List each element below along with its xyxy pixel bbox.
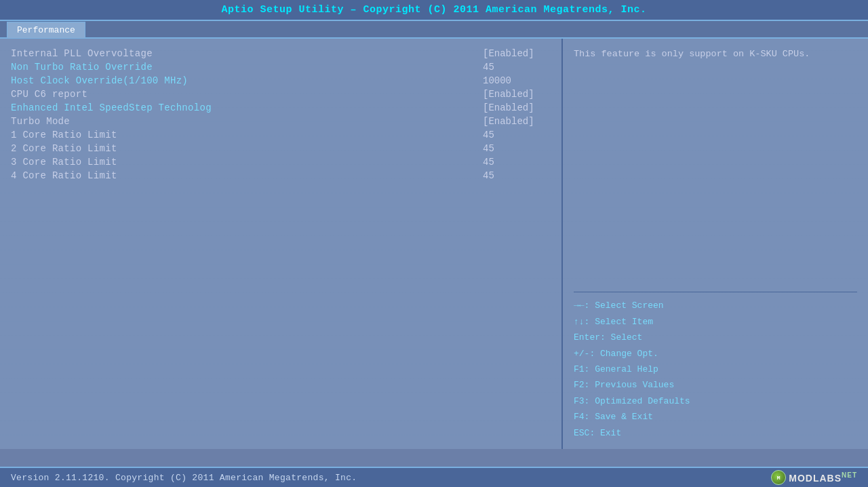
key-help-line: F2: Previous Values: [574, 377, 857, 393]
bios-row-label: 3 Core Ratio Limit: [11, 157, 117, 168]
bios-row[interactable]: Non Turbo Ratio Override45: [11, 60, 551, 74]
modlabs-logo: M MODLABSNET: [771, 470, 857, 485]
key-help-line: F3: Optimized Defaults: [574, 393, 857, 409]
key-help-line: →←: Select Screen: [574, 298, 857, 313]
bios-row-value: [Enabled]: [469, 102, 551, 113]
version-text: Version 2.11.1210. Copyright (C) 2011 Am…: [11, 473, 357, 483]
title-text: Aptio Setup Utility – Copyright (C) 2011…: [221, 4, 646, 16]
main-content: Internal PLL Overvoltage[Enabled]Non Tur…: [0, 38, 868, 449]
bios-row[interactable]: Turbo Mode[Enabled]: [11, 115, 551, 128]
bios-row-label: Internal PLL Overvoltage: [11, 48, 153, 59]
bios-row[interactable]: Internal PLL Overvoltage[Enabled]: [11, 47, 551, 60]
key-help-line: Enter: Select: [574, 330, 857, 345]
bios-row-value: 45: [469, 130, 551, 140]
bios-row-value: 45: [469, 143, 551, 154]
bios-row-value: 45: [469, 157, 551, 168]
bios-row-label: Non Turbo Ratio Override: [11, 62, 153, 73]
bios-row-value: [Enabled]: [469, 89, 551, 100]
bios-row-label: Enhanced Intel SpeedStep Technolog: [11, 102, 212, 113]
logo-label: MODLABSNET: [789, 471, 857, 484]
key-help-line: +/-: Change Opt.: [574, 346, 857, 362]
title-bar: Aptio Setup Utility – Copyright (C) 2011…: [0, 0, 868, 21]
logo-circle-icon: M: [771, 470, 786, 485]
left-panel: Internal PLL Overvoltage[Enabled]Non Tur…: [0, 39, 563, 449]
bios-row-label: Turbo Mode: [11, 116, 70, 127]
tab-performance[interactable]: Performance: [7, 22, 85, 38]
bios-row-label: 2 Core Ratio Limit: [11, 143, 117, 154]
bios-row[interactable]: 3 Core Ratio Limit45: [11, 155, 551, 169]
bios-row-label: 4 Core Ratio Limit: [11, 170, 117, 181]
key-help-line: F1: General Help: [574, 362, 857, 377]
help-text: This feature is only support on K-SKU CP…: [574, 47, 857, 286]
key-help-line: ESC: Exit: [574, 425, 857, 441]
tab-row: Performance: [0, 21, 868, 38]
bios-row-label: 1 Core Ratio Limit: [11, 130, 117, 140]
bios-row-value: [Enabled]: [469, 116, 551, 127]
right-panel: This feature is only support on K-SKU CP…: [563, 39, 868, 449]
bios-row-value: 10000: [469, 75, 551, 86]
bios-row-label: Host Clock Override(1/100 MHz): [11, 75, 188, 86]
bios-row[interactable]: 4 Core Ratio Limit45: [11, 169, 551, 182]
bios-row[interactable]: 2 Core Ratio Limit45: [11, 142, 551, 155]
bios-row-value: 45: [469, 170, 551, 181]
key-help: →←: Select Screen↑↓: Select ItemEnter: S…: [574, 298, 857, 441]
bios-row[interactable]: Host Clock Override(1/100 MHz)10000: [11, 74, 551, 87]
bios-row-label: CPU C6 report: [11, 89, 87, 100]
bios-row[interactable]: CPU C6 report[Enabled]: [11, 87, 551, 101]
bios-row[interactable]: 1 Core Ratio Limit45: [11, 128, 551, 142]
bios-row-value: 45: [469, 62, 551, 73]
bios-row-value: [Enabled]: [469, 48, 551, 59]
key-help-line: ↑↓: Select Item: [574, 314, 857, 330]
key-help-line: F4: Save & Exit: [574, 409, 857, 425]
bottom-bar: Version 2.11.1210. Copyright (C) 2011 Am…: [0, 467, 868, 487]
divider: [574, 292, 857, 292]
bios-row[interactable]: Enhanced Intel SpeedStep Technolog[Enabl…: [11, 101, 551, 115]
